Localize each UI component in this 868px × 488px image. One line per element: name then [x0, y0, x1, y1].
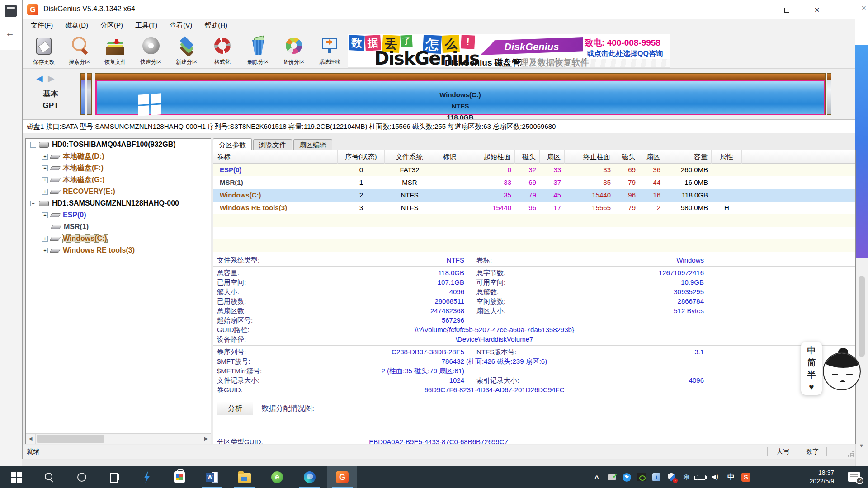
scroll-down-icon[interactable]: ▼: [859, 443, 864, 448]
cortana-button[interactable]: [67, 466, 97, 488]
expand-icon[interactable]: +: [42, 154, 48, 160]
expand-icon[interactable]: +: [42, 248, 48, 253]
sogou-ime-widget[interactable]: 中简半♥: [801, 342, 860, 396]
tree-item-hd0-toshibamq04abf100-932gb-[interactable]: −HD0:TOSHIBAMQ04ABF100(932GB): [26, 139, 211, 150]
store-app-button[interactable]: [165, 466, 194, 488]
ime-mode-2[interactable]: 半: [801, 369, 822, 381]
table-row-windows-c-[interactable]: Windows(C:)2NTFS357945154409616118.0GB: [213, 189, 855, 202]
expand-icon[interactable]: +: [42, 177, 48, 183]
banner-qq-link[interactable]: 或点击此处选择QQ咨询: [587, 49, 670, 59]
menu-item-4[interactable]: 查看(V): [165, 19, 196, 32]
tray-nvidia-icon[interactable]: [637, 473, 646, 482]
word-app-button[interactable]: W: [197, 466, 227, 488]
task-view-button[interactable]: [99, 466, 129, 488]
ime-mode-3[interactable]: ♥: [801, 381, 822, 393]
taskbar-clock[interactable]: 18:37 2022/5/9: [793, 469, 834, 486]
scroll-right-icon[interactable]: ▶: [201, 434, 211, 444]
pinned-tab-icon[interactable]: [5, 5, 17, 17]
column-header-3[interactable]: 标识: [434, 150, 465, 164]
expand-icon[interactable]: +: [42, 189, 48, 195]
collapse-icon[interactable]: −: [30, 142, 36, 148]
toolbar-button-2[interactable]: 恢复文件: [97, 34, 134, 67]
esp-partition-bar[interactable]: [80, 73, 85, 115]
diskgenius-app-button[interactable]: G: [327, 466, 357, 488]
tray-printer-icon[interactable]: [607, 473, 616, 482]
show-desktop-button[interactable]: [866, 466, 868, 488]
tray-intel-graphics-icon[interactable]: i: [652, 473, 661, 482]
column-header-7[interactable]: 终止柱面: [565, 150, 614, 164]
search-button[interactable]: [34, 466, 64, 488]
background-more-icon[interactable]: …: [858, 27, 865, 35]
menu-item-0[interactable]: 文件(F): [27, 19, 57, 32]
table-row-esp-0-[interactable]: ESP(0)0FAT3203233336936260.0MB: [213, 164, 855, 176]
toolbar-button-0[interactable]: 保存更改: [25, 34, 62, 67]
msr-partition-bar[interactable]: [87, 73, 92, 115]
column-header-6[interactable]: 扇区: [540, 150, 565, 164]
tree-item--g-[interactable]: +本地磁盘(G:): [26, 174, 211, 186]
browser-360-button[interactable]: e: [262, 466, 292, 488]
tree-horizontal-scrollbar[interactable]: ◀ ▶: [26, 433, 211, 444]
tray-security-shield-icon[interactable]: ×: [667, 473, 676, 482]
menu-item-3[interactable]: 工具(T): [131, 19, 161, 32]
table-row-windows-re-tools-3-[interactable]: Windows RE tools(3)3NTFS1544096171556579…: [213, 202, 855, 214]
tree-item-esp-0-[interactable]: +ESP(0): [26, 209, 211, 221]
tray-dingtalk-icon[interactable]: [622, 473, 631, 482]
close-button[interactable]: ×: [806, 0, 828, 19]
menu-item-2[interactable]: 分区(P): [96, 19, 127, 32]
analyze-button[interactable]: 分析: [217, 402, 253, 415]
column-header-1[interactable]: 序号(状态): [338, 150, 385, 164]
tray-volume-icon[interactable]: [712, 473, 721, 482]
re-tools-partition-bar[interactable]: [827, 73, 831, 115]
next-disk-icon[interactable]: ▶: [48, 74, 55, 83]
edge-app-button[interactable]: [295, 466, 325, 488]
table-row-msr-1-[interactable]: MSR(1)1MSR33693735794416.0MB: [213, 176, 855, 189]
collapse-icon[interactable]: −: [30, 201, 36, 206]
ime-mode-0[interactable]: 中: [801, 344, 822, 357]
toolbar-button-4[interactable]: 新建分区: [168, 34, 205, 67]
ime-mode-1[interactable]: 简: [801, 357, 822, 369]
tray-sogou-icon[interactable]: S: [741, 473, 750, 482]
column-header-10[interactable]: 容量: [664, 150, 712, 164]
flash-app-button[interactable]: [132, 466, 162, 488]
column-header-11[interactable]: 属性: [712, 150, 742, 164]
tree-item-windows-re-tools-3-[interactable]: +Windows RE tools(3): [26, 244, 211, 256]
column-header-9[interactable]: 扇区: [639, 150, 664, 164]
tab-0[interactable]: 分区参数: [213, 138, 252, 150]
maximize-button[interactable]: [776, 0, 797, 19]
minimize-button[interactable]: [747, 0, 769, 19]
toolbar-button-7[interactable]: 备份分区: [275, 34, 312, 67]
toolbar-button-8[interactable]: 系统迁移: [311, 34, 348, 67]
toolbar-button-6[interactable]: 删除分区: [240, 34, 277, 67]
column-header-8[interactable]: 磁头: [614, 150, 639, 164]
resize-grip[interactable]: [847, 451, 854, 457]
file-explorer-button[interactable]: [230, 466, 259, 488]
prev-disk-icon[interactable]: ◀: [36, 74, 43, 83]
column-header-2[interactable]: 文件系统: [385, 150, 434, 164]
back-arrow-icon[interactable]: ←: [5, 28, 14, 38]
tree-item-recovery-e-[interactable]: +RECOVERY(E:): [26, 186, 211, 197]
tray-snowflake-icon[interactable]: ❄: [682, 473, 691, 482]
column-header-4[interactable]: 起始柱面: [465, 150, 515, 164]
scrollbar-thumb[interactable]: [37, 435, 104, 443]
scroll-left-icon[interactable]: ◀: [26, 434, 36, 444]
column-header-5[interactable]: 磁头: [515, 150, 540, 164]
toolbar-button-5[interactable]: 格式化: [204, 34, 241, 67]
background-close-icon[interactable]: ×: [861, 4, 866, 13]
tree-item--d-[interactable]: +本地磁盘(D:): [26, 150, 211, 162]
start-button[interactable]: [2, 466, 32, 488]
tab-1[interactable]: 浏览文件: [253, 139, 292, 150]
tree-item--f-[interactable]: +本地磁盘(F:): [26, 162, 211, 174]
tray-power-icon[interactable]: [697, 473, 706, 482]
tree-item-hd1-samsungmznln128hahq-000[interactable]: −HD1:SAMSUNGMZNLN128HAHQ-000: [26, 197, 211, 209]
notification-center-icon[interactable]: 2: [848, 472, 860, 482]
tab-2[interactable]: 扇区编辑: [293, 139, 332, 150]
expand-icon[interactable]: +: [42, 236, 48, 242]
tree-item-msr-1-[interactable]: MSR(1): [26, 221, 211, 233]
expand-icon[interactable]: +: [42, 212, 48, 218]
ime-status-panel[interactable]: 中简半♥: [801, 342, 822, 395]
expand-icon[interactable]: +: [42, 165, 48, 171]
toolbar-button-3[interactable]: 快速分区: [132, 34, 170, 67]
menu-item-1[interactable]: 磁盘(D): [61, 19, 92, 32]
menu-item-5[interactable]: 帮助(H): [200, 19, 231, 32]
windows-c-partition-bar[interactable]: Windows(C:) NTFS 118.0GB: [95, 73, 826, 115]
